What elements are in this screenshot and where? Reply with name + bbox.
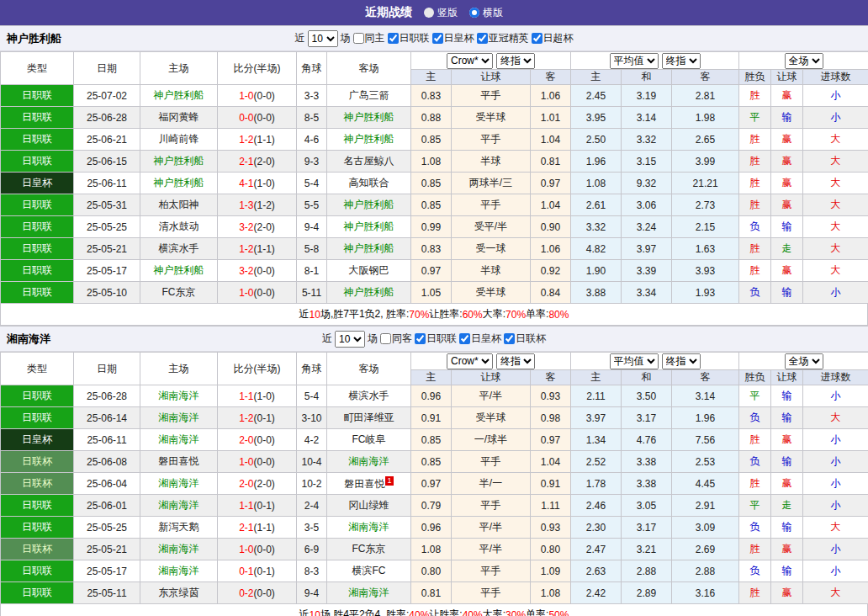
handicap-line: 受半球: [452, 407, 531, 429]
full-time-score: 1-0: [239, 287, 253, 299]
avg-home-odds: 3.95: [571, 107, 622, 129]
avg-away-odds: 21.21: [672, 173, 739, 194]
home-team: 湘南海洋: [140, 539, 218, 560]
corner-score: 9-4: [297, 216, 327, 238]
avg-away-odds: 3.09: [672, 517, 739, 539]
result-cell: 平: [739, 107, 771, 129]
match-date: 25-05-17: [74, 560, 140, 582]
league-filter-checkbox[interactable]: [388, 33, 399, 44]
col-ah-result: 让球: [771, 370, 803, 385]
score-cell: 0-2(0-0): [218, 582, 297, 604]
league-type-badge: 日皇杯: [1, 429, 74, 451]
handicap-line: 受平/半: [452, 216, 531, 238]
fullmatch-select[interactable]: 全场: [785, 53, 823, 69]
full-time-score: 1-0: [239, 544, 253, 555]
col-corner: 角球: [297, 353, 327, 385]
handicap-away-odds: 0.81: [531, 151, 571, 173]
vertical-layout-radio[interactable]: 竖版: [424, 6, 458, 20]
bookmaker-select[interactable]: Crow*: [447, 53, 493, 69]
bookmaker-select[interactable]: Crow*: [447, 353, 493, 369]
full-time-score: 3-2: [239, 221, 253, 233]
match-row: 日职联25-06-28湘南海洋1-1(1-0)5-4横滨水手0.96平/半0.9…: [1, 385, 868, 407]
corner-score: 9-4: [297, 582, 327, 604]
matches-count-select[interactable]: 10: [335, 331, 365, 348]
same-venue-label: 同客: [392, 332, 412, 346]
handicap-result-cell: 赢: [771, 194, 803, 216]
average-select[interactable]: 平均值: [610, 353, 659, 369]
corner-score: 3-3: [297, 85, 327, 107]
half-time-score: (0-1): [254, 500, 275, 512]
final-odds-select-2[interactable]: 终指: [662, 353, 701, 369]
avg-home-odds: 2.61: [571, 194, 622, 216]
col-goals: 进球数: [803, 70, 868, 85]
col-ah-line: 让球: [452, 70, 531, 85]
league-filter[interactable]: 亚冠精英: [477, 31, 529, 45]
league-filter[interactable]: 日职联: [415, 332, 457, 346]
league-filter[interactable]: 日职联: [388, 31, 430, 45]
match-row: 日职联25-05-17神户胜利船3-2(0-0)8-1大阪钢巴0.97半球0.9…: [1, 260, 868, 282]
bookmaker-odds-header: Crow*终指: [411, 353, 571, 370]
handicap-away-odds: 1.06: [531, 85, 571, 107]
handicap-result-cell: 赢: [771, 539, 803, 560]
match-row: 日职联25-06-21川崎前锋1-2(1-1)4-6神户胜利船0.85平手1.0…: [1, 129, 868, 151]
matches-count-select[interactable]: 10: [308, 30, 338, 47]
half-time-score: (1-2): [254, 199, 275, 211]
score-cell: 1-1(0-1): [218, 495, 297, 517]
full-time-score: 1-2: [239, 412, 253, 424]
league-filter[interactable]: 日超杯: [532, 31, 574, 45]
full-time-score: 2-1: [239, 156, 253, 167]
league-filter-checkbox[interactable]: [532, 33, 542, 44]
league-filter-checkbox[interactable]: [504, 333, 515, 344]
summary-percent: 40%: [463, 609, 483, 616]
handicap-home-odds: 0.91: [411, 407, 452, 429]
league-filter-checkbox[interactable]: [477, 33, 488, 44]
same-venue-checkbox[interactable]: [353, 33, 364, 44]
handicap-away-odds: 1.04: [531, 129, 571, 151]
handicap-home-odds: 0.85: [411, 173, 452, 194]
same-venue-filter[interactable]: 同客: [380, 332, 412, 346]
col-away: 客场: [327, 52, 411, 85]
summary-text: 近: [299, 608, 310, 616]
col-ah-away: 客: [531, 370, 571, 385]
fullmatch-select[interactable]: 全场: [785, 353, 823, 369]
handicap-line: 半/一: [452, 473, 531, 495]
score-cell: 2-0(2-0): [218, 473, 297, 495]
league-type-badge: 日职联: [1, 107, 74, 129]
handicap-line: 受半球: [452, 282, 531, 304]
result-cell: 负: [739, 282, 771, 304]
league-type-badge: 日职联: [1, 517, 74, 539]
summary-percent: 50%: [548, 609, 569, 616]
match-date: 25-06-14: [74, 407, 140, 429]
final-odds-select-2[interactable]: 终指: [662, 53, 701, 69]
horizontal-radio-label: 横版: [483, 6, 503, 20]
league-filter[interactable]: 日皇杯: [432, 31, 474, 45]
result-cell: 胜: [739, 473, 771, 495]
league-filter-checkbox[interactable]: [415, 333, 426, 344]
avg-away-odds: 2.73: [672, 194, 739, 216]
horizontal-layout-radio[interactable]: 横版: [469, 6, 503, 20]
average-odds-header: 平均值终指: [571, 353, 739, 370]
final-odds-select[interactable]: 终指: [496, 53, 535, 69]
same-venue-checkbox[interactable]: [380, 333, 391, 344]
col-score: 比分(半场): [218, 353, 297, 385]
handicap-away-odds: 1.09: [531, 560, 571, 582]
avg-away-odds: 1.96: [672, 407, 739, 429]
average-select[interactable]: 平均值: [610, 53, 659, 69]
result-cell: 胜: [739, 129, 771, 151]
final-odds-select[interactable]: 终指: [496, 353, 535, 369]
full-time-score: 2-0: [239, 434, 253, 446]
avg-away-odds: 2.91: [672, 495, 739, 517]
avg-away-odds: 1.98: [672, 107, 739, 129]
same-venue-filter[interactable]: 同主: [353, 31, 385, 45]
league-filter[interactable]: 日皇杯: [459, 332, 501, 346]
vertical-radio-dot[interactable]: [424, 8, 434, 18]
league-filter-checkbox[interactable]: [459, 333, 470, 344]
handicap-away-odds: 1.06: [531, 238, 571, 260]
league-filter[interactable]: 日联杯: [504, 332, 546, 346]
league-filter-checkbox[interactable]: [432, 33, 443, 44]
home-team: 东京绿茵: [140, 582, 218, 604]
avg-home-odds: 2.63: [571, 560, 622, 582]
header-controls-row: 类型日期主场比分(半场)角球客场Crow*终指平均值终指全场: [1, 353, 868, 370]
horizontal-radio-dot[interactable]: [469, 8, 479, 18]
handicap-home-odds: 0.97: [411, 260, 452, 282]
